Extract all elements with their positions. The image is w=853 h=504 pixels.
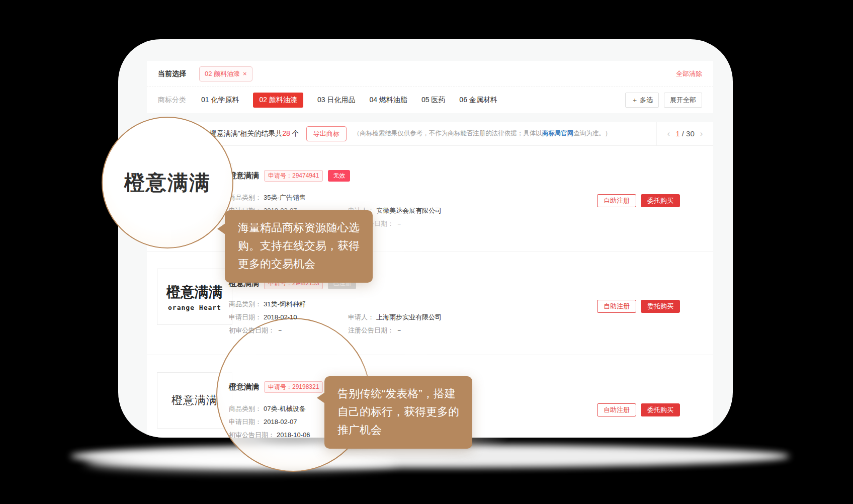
status-badge: 无效: [328, 170, 350, 182]
results-summary: 当前为您检索到“橙意满满”相关的结果共28 个 导出商标 （商标检索结果仅供参考…: [147, 122, 656, 145]
apply-date-value: 2018-02-10: [264, 313, 297, 321]
current-selection-row: 当前选择 02 颜料油漆 × 全部清除: [147, 61, 713, 87]
pagination-pages: 1 / 30: [675, 129, 695, 138]
marketing-tooltip-trade: 海量精品商标资源随心选 购。支持在线交易，获得 更多的交易机会: [225, 210, 373, 283]
row-actions: 自助注册 委托购买: [597, 403, 680, 416]
current-selection-label: 当前选择: [158, 69, 186, 78]
category-item-01[interactable]: 01 化学原料: [201, 96, 239, 105]
category-actions: ＋ 多选 展开全部: [625, 93, 702, 108]
category-item-06[interactable]: 06 金属材料: [459, 96, 497, 105]
category-label: 商标分类: [158, 96, 186, 105]
pagination-prev-icon[interactable]: ‹: [667, 129, 670, 139]
category-item-02-active[interactable]: 02 颜料油漆: [253, 93, 303, 108]
trademark-image-subtext: orange Heart: [168, 304, 221, 311]
category-item-05[interactable]: 05 医药: [421, 96, 445, 105]
trademark-title: 橙意满满: [229, 382, 259, 392]
multi-select-button[interactable]: ＋ 多选: [625, 93, 659, 108]
trademark-office-link[interactable]: 商标局官网: [542, 130, 574, 137]
entrust-purchase-button[interactable]: 委托购买: [641, 403, 680, 416]
tooltip-arrow-left-icon: [217, 223, 225, 234]
pagination-total: 30: [686, 129, 695, 138]
entrust-purchase-button[interactable]: 委托购买: [641, 194, 680, 207]
application-number-tag: 申请号：29474941: [264, 170, 323, 182]
results-disclaimer: （商标检索结果仅供参考，不作为商标能否注册的法律依据；具体以商标局官网查询为准。…: [354, 129, 612, 138]
tooltip-arrow-left-icon: [317, 392, 325, 403]
magnified-trademark-text: 橙意满满: [124, 169, 211, 197]
row-actions: 自助注册 委托购买: [597, 194, 680, 207]
results-count-number: 28: [282, 129, 290, 137]
applicant-value: 上海雨步实业有限公司: [376, 313, 442, 321]
magnifier-circle: 橙意满满: [102, 117, 233, 248]
export-trademarks-button[interactable]: 导出商标: [306, 126, 347, 141]
category-value: 31类-饲料种籽: [264, 300, 306, 308]
pagination: ‹ 1 / 30 ›: [656, 122, 713, 145]
self-register-button[interactable]: 自助注册: [597, 403, 636, 416]
pagination-current: 1: [675, 129, 679, 138]
self-register-button[interactable]: 自助注册: [597, 194, 636, 207]
category-value: 07类-机械设备: [264, 405, 306, 412]
apply-date-value: 2018-02-07: [264, 418, 297, 426]
category-item-04[interactable]: 04 燃料油脂: [369, 96, 407, 105]
pagination-next-icon[interactable]: ›: [700, 129, 703, 139]
category-item-03[interactable]: 03 日化用品: [317, 96, 355, 105]
category-row: 商标分类 01 化学原料 02 颜料油漆 03 日化用品 04 燃料油脂 05 …: [147, 87, 713, 113]
self-register-button[interactable]: 自助注册: [597, 300, 636, 313]
trademark-image: 橙意满满 orange Heart: [157, 269, 232, 325]
entrust-purchase-button[interactable]: 委托购买: [641, 300, 680, 313]
trademark-title: 橙意满满: [229, 171, 259, 181]
filter-panel: 当前选择 02 颜料油漆 × 全部清除 商标分类 01 化学原料 02 颜料油漆…: [147, 61, 713, 113]
row-actions: 自助注册 委托购买: [597, 300, 680, 313]
selected-filter-chip-label: 02 颜料油漆: [205, 69, 240, 78]
expand-all-button[interactable]: 展开全部: [664, 93, 702, 108]
chip-close-icon[interactable]: ×: [243, 70, 247, 77]
selected-filter-chip[interactable]: 02 颜料油漆 ×: [199, 66, 252, 81]
clear-all-button[interactable]: 全部清除: [676, 69, 702, 78]
results-header: 当前为您检索到“橙意满满”相关的结果共28 个 导出商标 （商标检索结果仅供参考…: [147, 122, 713, 146]
marketing-tooltip-promo: 告别传统“发表格”，搭建 自己的标行，获得更多的 推广机会: [324, 376, 472, 449]
